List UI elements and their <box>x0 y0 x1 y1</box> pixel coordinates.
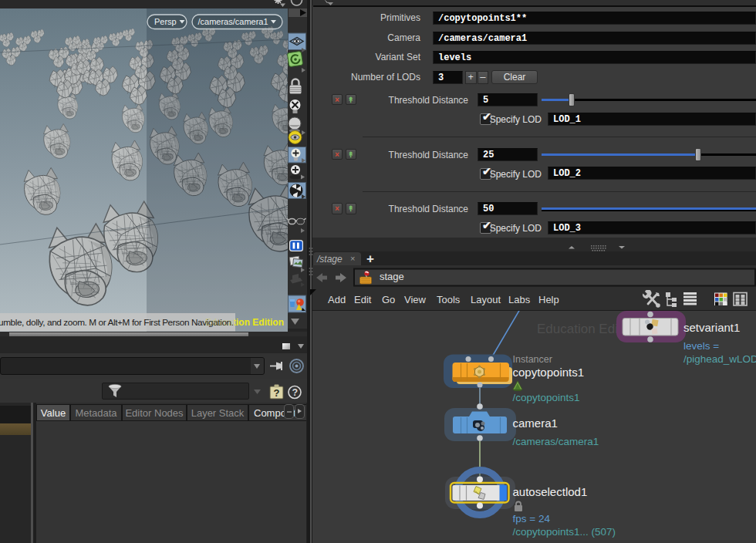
svg-text:camera1: camera1 <box>513 417 558 430</box>
svg-text:umble, dolly, and zoom. M or A: umble, dolly, and zoom. M or Alt+M for F… <box>0 317 234 328</box>
svg-text:/cameras/camera1: /cameras/camera1 <box>198 17 268 26</box>
svg-text:Instancer: Instancer <box>513 354 552 365</box>
svg-text:levels =: levels = <box>683 340 719 352</box>
svg-text:Persp: Persp <box>154 17 177 26</box>
svg-text:/pighead_wLOD: /pighead_wLOD <box>683 353 756 365</box>
svg-text:?: ? <box>274 387 280 399</box>
svg-text:?: ? <box>292 387 299 398</box>
svg-text:/copytopoints1: /copytopoints1 <box>513 392 580 403</box>
svg-text:copytopoints1: copytopoints1 <box>513 366 585 379</box>
svg-text:/copytopoints1... (507): /copytopoints1... (507) <box>513 526 616 538</box>
svg-text:autoselectlod1: autoselectlod1 <box>513 485 588 498</box>
svg-text:setvariant1: setvariant1 <box>683 321 740 334</box>
svg-text:fps = 24: fps = 24 <box>513 513 551 524</box>
svg-text:/cameras/camera1: /cameras/camera1 <box>513 436 599 447</box>
